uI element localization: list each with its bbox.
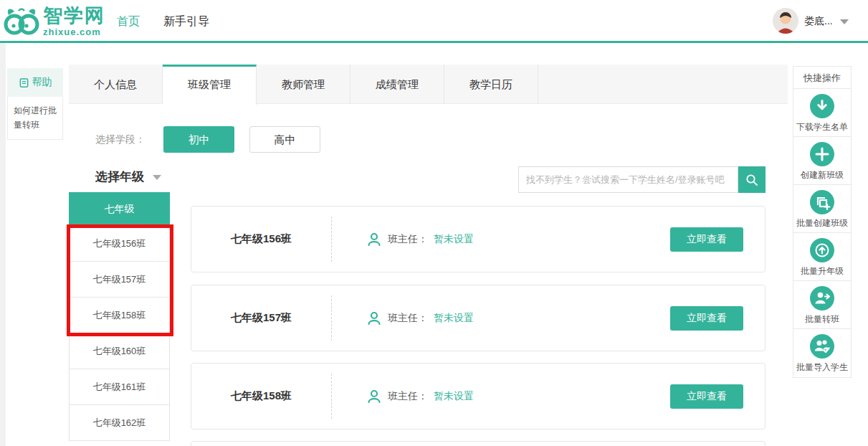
- stage-selector-label: 选择学段：: [95, 133, 146, 146]
- logo-title: 智学网: [43, 6, 105, 26]
- class-list-grade-header[interactable]: 七年级: [69, 192, 170, 226]
- student-search-input[interactable]: [518, 166, 738, 193]
- download-icon: [810, 94, 834, 118]
- page-left-gutter: [0, 43, 6, 446]
- user-avatar[interactable]: [773, 8, 798, 34]
- teacher-label: 班主任：: [388, 390, 428, 403]
- main-tabbar: 个人信息 班级管理 教师管理 成绩管理 教学日历: [69, 65, 788, 104]
- quick-actions-title: 快捷操作: [793, 67, 851, 89]
- teacher-not-set-link[interactable]: 暂未设置: [434, 233, 474, 246]
- help-link-batch-transfer[interactable]: 如何进行批量转班: [14, 103, 57, 133]
- class-card-partial: [191, 441, 766, 446]
- tab-personal-info[interactable]: 个人信息: [69, 65, 163, 104]
- class-card-158: 七年级158班 班主任： 暂未设置 立即查看: [191, 363, 766, 430]
- quick-action-batch-import-students[interactable]: 批量导入学生: [793, 329, 851, 377]
- class-list-items: 七年级156班 七年级157班 七年级158班 七年级160班 七年级161班 …: [69, 226, 170, 441]
- person-icon: [366, 310, 382, 326]
- card-divider: [331, 374, 332, 419]
- import-students-icon: [810, 334, 834, 359]
- quick-action-create-class[interactable]: 创建新班级: [793, 137, 851, 185]
- class-item-158[interactable]: 七年级158班: [70, 298, 169, 333]
- class-card-name: 七年级157班: [191, 285, 331, 351]
- card-divider: [331, 217, 332, 262]
- class-list: 七年级 七年级156班 七年级157班 七年级158班 七年级160班 七年级1…: [69, 192, 170, 441]
- tab-grade-management[interactable]: 成绩管理: [350, 65, 444, 104]
- zhixue-logo[interactable]: 智学网 zhixue.com: [3, 6, 105, 37]
- tab-teacher-management[interactable]: 教师管理: [257, 65, 350, 104]
- stage-junior-button[interactable]: 初中: [163, 126, 234, 153]
- quick-actions-panel: 快捷操作 下载学生名单 创建新班级 批量创建班级: [793, 66, 852, 378]
- quick-action-label: 批量转班: [793, 313, 851, 326]
- search-icon: [745, 173, 759, 187]
- search-button[interactable]: [738, 166, 766, 193]
- stage-senior-button[interactable]: 高中: [249, 126, 320, 153]
- logo-subtitle: zhixue.com: [43, 27, 105, 37]
- quick-action-batch-transfer-class[interactable]: 批量转班: [793, 281, 851, 329]
- help-doc-icon: [19, 77, 29, 88]
- quick-action-batch-create-class[interactable]: 批量创建班级: [793, 185, 851, 233]
- owl-logo-icon: [3, 6, 40, 37]
- page: 智学网 zhixue.com 首页 新手引导 娄底... 帮助: [0, 0, 868, 446]
- person-icon: [366, 232, 382, 247]
- view-now-button[interactable]: 立即查看: [670, 306, 743, 331]
- view-now-button[interactable]: 立即查看: [670, 384, 743, 409]
- top-header: 智学网 zhixue.com 首页 新手引导 娄底...: [0, 0, 868, 43]
- class-item-157[interactable]: 七年级157班: [70, 262, 169, 298]
- teacher-label: 班主任：: [388, 233, 428, 246]
- class-card-name: 七年级156班: [191, 207, 331, 272]
- help-panel: 帮助 如何进行批量转班: [7, 68, 63, 140]
- quick-action-label: 创建新班级: [793, 169, 851, 181]
- card-divider: [331, 295, 332, 341]
- quick-action-download-roster[interactable]: 下载学生名单: [793, 89, 851, 137]
- transfer-icon: [810, 286, 834, 310]
- class-card-156: 七年级156班 班主任： 暂未设置 立即查看: [191, 206, 766, 272]
- class-item-162[interactable]: 七年级162班: [70, 405, 169, 441]
- grade-caret-down-icon[interactable]: [153, 175, 161, 180]
- help-body: 如何进行批量转班: [7, 97, 63, 140]
- quick-action-label: 下载学生名单: [793, 121, 851, 133]
- help-title: 帮助: [32, 76, 52, 89]
- class-item-160[interactable]: 七年级160班: [70, 333, 169, 369]
- view-now-button[interactable]: 立即查看: [670, 227, 743, 252]
- quick-action-batch-upgrade-grade[interactable]: 批量升年级: [793, 233, 851, 281]
- tab-class-management[interactable]: 班级管理: [163, 65, 257, 105]
- teacher-not-set-link[interactable]: 暂未设置: [434, 390, 474, 403]
- help-header[interactable]: 帮助: [7, 68, 63, 97]
- user-menu-caret-icon[interactable]: [840, 19, 849, 24]
- nav-beginner-guide[interactable]: 新手引导: [163, 14, 209, 29]
- plus-icon: [810, 142, 834, 166]
- logo-text: 智学网 zhixue.com: [43, 6, 105, 37]
- upgrade-icon: [810, 238, 834, 262]
- quick-action-label: 批量升年级: [793, 265, 851, 277]
- class-item-161[interactable]: 七年级161班: [70, 369, 169, 405]
- person-icon: [366, 389, 382, 404]
- class-card-157: 七年级157班 班主任： 暂未设置 立即查看: [191, 285, 766, 351]
- teacher-not-set-link[interactable]: 暂未设置: [434, 312, 474, 325]
- quick-action-label: 批量导入学生: [793, 361, 851, 374]
- teacher-label: 班主任：: [388, 312, 428, 325]
- student-search: [518, 166, 766, 193]
- grade-selector-label[interactable]: 选择年级: [95, 169, 144, 185]
- user-name[interactable]: 娄底...: [804, 15, 833, 28]
- nav-home[interactable]: 首页: [117, 14, 140, 29]
- class-card-name: 七年级158班: [191, 364, 331, 429]
- tab-teaching-calendar[interactable]: 教学日历: [444, 65, 538, 104]
- quick-action-label: 批量创建班级: [793, 217, 851, 229]
- class-item-156[interactable]: 七年级156班: [70, 226, 169, 262]
- avatar-image: [773, 8, 798, 34]
- batch-create-icon: [810, 190, 834, 214]
